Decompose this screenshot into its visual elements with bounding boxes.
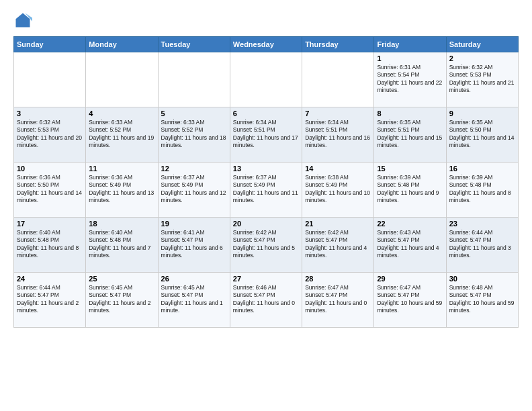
day-info: Sunrise: 6:38 AMSunset: 5:49 PMDaylight:…	[305, 174, 371, 205]
day-number: 29	[377, 275, 443, 283]
col-header-tuesday: Tuesday	[158, 37, 230, 52]
day-info: Sunrise: 6:45 AMSunset: 5:47 PMDaylight:…	[89, 284, 154, 315]
day-cell: 26Sunrise: 6:45 AMSunset: 5:47 PMDayligh…	[158, 273, 230, 328]
day-cell: 6Sunrise: 6:34 AMSunset: 5:51 PMDaylight…	[230, 107, 302, 163]
day-cell: 28Sunrise: 6:47 AMSunset: 5:47 PMDayligh…	[302, 273, 374, 328]
day-info: Sunrise: 6:40 AMSunset: 5:48 PMDaylight:…	[17, 229, 83, 260]
day-info: Sunrise: 6:39 AMSunset: 5:48 PMDaylight:…	[449, 174, 515, 205]
day-cell	[14, 52, 86, 107]
day-number: 6	[233, 109, 299, 118]
day-number: 25	[89, 275, 154, 283]
day-number: 8	[377, 109, 443, 118]
day-number: 27	[233, 275, 299, 283]
day-info: Sunrise: 6:31 AMSunset: 5:54 PMDaylight:…	[377, 64, 443, 95]
day-number: 17	[17, 220, 83, 228]
col-header-friday: Friday	[374, 37, 446, 52]
week-row-0: 1Sunrise: 6:31 AMSunset: 5:54 PMDaylight…	[14, 52, 519, 107]
day-info: Sunrise: 6:45 AMSunset: 5:47 PMDaylight:…	[161, 284, 227, 315]
day-number: 24	[17, 275, 83, 283]
day-cell: 11Sunrise: 6:36 AMSunset: 5:49 PMDayligh…	[86, 163, 158, 218]
day-info: Sunrise: 6:33 AMSunset: 5:52 PMDaylight:…	[161, 119, 227, 150]
page: SundayMondayTuesdayWednesdayThursdayFrid…	[0, 0, 532, 411]
day-cell: 17Sunrise: 6:40 AMSunset: 5:48 PMDayligh…	[14, 218, 86, 273]
day-info: Sunrise: 6:41 AMSunset: 5:47 PMDaylight:…	[161, 229, 227, 260]
day-info: Sunrise: 6:34 AMSunset: 5:51 PMDaylight:…	[233, 119, 299, 150]
day-cell: 20Sunrise: 6:42 AMSunset: 5:47 PMDayligh…	[230, 218, 302, 273]
day-number: 7	[305, 109, 371, 118]
day-cell: 18Sunrise: 6:40 AMSunset: 5:48 PMDayligh…	[86, 218, 158, 273]
day-number: 10	[17, 165, 83, 173]
day-number: 13	[233, 165, 299, 173]
day-cell: 1Sunrise: 6:31 AMSunset: 5:54 PMDaylight…	[374, 52, 446, 107]
day-cell: 3Sunrise: 6:32 AMSunset: 5:53 PMDaylight…	[14, 107, 86, 163]
day-cell: 16Sunrise: 6:39 AMSunset: 5:48 PMDayligh…	[446, 163, 518, 218]
day-number: 4	[89, 109, 154, 118]
day-number: 30	[449, 275, 515, 283]
header-row: SundayMondayTuesdayWednesdayThursdayFrid…	[14, 37, 519, 52]
day-info: Sunrise: 6:36 AMSunset: 5:50 PMDaylight:…	[17, 174, 83, 205]
day-cell: 22Sunrise: 6:43 AMSunset: 5:47 PMDayligh…	[374, 218, 446, 273]
day-cell	[230, 52, 302, 107]
day-info: Sunrise: 6:32 AMSunset: 5:53 PMDaylight:…	[17, 119, 83, 150]
day-cell: 5Sunrise: 6:33 AMSunset: 5:52 PMDaylight…	[158, 107, 230, 163]
day-cell: 9Sunrise: 6:35 AMSunset: 5:50 PMDaylight…	[446, 107, 518, 163]
day-cell: 8Sunrise: 6:35 AMSunset: 5:51 PMDaylight…	[374, 107, 446, 163]
day-info: Sunrise: 6:48 AMSunset: 5:47 PMDaylight:…	[449, 284, 515, 315]
day-info: Sunrise: 6:35 AMSunset: 5:50 PMDaylight:…	[449, 119, 515, 150]
day-number: 22	[377, 220, 443, 228]
day-cell: 21Sunrise: 6:42 AMSunset: 5:47 PMDayligh…	[302, 218, 374, 273]
day-number: 3	[17, 109, 83, 118]
calendar-header: SundayMondayTuesdayWednesdayThursdayFrid…	[14, 37, 519, 52]
day-cell: 19Sunrise: 6:41 AMSunset: 5:47 PMDayligh…	[158, 218, 230, 273]
week-row-2: 10Sunrise: 6:36 AMSunset: 5:50 PMDayligh…	[14, 163, 519, 218]
day-number: 20	[233, 220, 299, 228]
col-header-saturday: Saturday	[446, 37, 518, 52]
week-row-3: 17Sunrise: 6:40 AMSunset: 5:48 PMDayligh…	[14, 218, 519, 273]
day-info: Sunrise: 6:37 AMSunset: 5:49 PMDaylight:…	[161, 174, 227, 205]
day-info: Sunrise: 6:44 AMSunset: 5:47 PMDaylight:…	[449, 229, 515, 260]
day-number: 23	[449, 220, 515, 228]
day-number: 26	[161, 275, 227, 283]
col-header-wednesday: Wednesday	[230, 37, 302, 52]
day-cell: 15Sunrise: 6:39 AMSunset: 5:48 PMDayligh…	[374, 163, 446, 218]
day-cell: 30Sunrise: 6:48 AMSunset: 5:47 PMDayligh…	[446, 273, 518, 328]
day-number: 18	[89, 220, 154, 228]
day-number: 28	[305, 275, 371, 283]
day-info: Sunrise: 6:33 AMSunset: 5:52 PMDaylight:…	[89, 119, 154, 150]
day-cell: 12Sunrise: 6:37 AMSunset: 5:49 PMDayligh…	[158, 163, 230, 218]
day-cell: 29Sunrise: 6:47 AMSunset: 5:47 PMDayligh…	[374, 273, 446, 328]
day-info: Sunrise: 6:35 AMSunset: 5:51 PMDaylight:…	[377, 119, 443, 150]
day-cell: 10Sunrise: 6:36 AMSunset: 5:50 PMDayligh…	[14, 163, 86, 218]
day-number: 1	[377, 54, 443, 62]
day-number: 2	[449, 54, 515, 62]
day-number: 15	[377, 165, 443, 173]
day-info: Sunrise: 6:46 AMSunset: 5:47 PMDaylight:…	[233, 284, 299, 315]
day-info: Sunrise: 6:37 AMSunset: 5:49 PMDaylight:…	[233, 174, 299, 205]
col-header-sunday: Sunday	[14, 37, 86, 52]
day-cell	[302, 52, 374, 107]
day-info: Sunrise: 6:42 AMSunset: 5:47 PMDaylight:…	[233, 229, 299, 260]
day-cell: 7Sunrise: 6:34 AMSunset: 5:51 PMDaylight…	[302, 107, 374, 163]
day-cell: 13Sunrise: 6:37 AMSunset: 5:49 PMDayligh…	[230, 163, 302, 218]
day-number: 21	[305, 220, 371, 228]
logo-icon	[13, 11, 32, 30]
logo	[13, 11, 35, 30]
day-cell: 24Sunrise: 6:44 AMSunset: 5:47 PMDayligh…	[14, 273, 86, 328]
calendar-body: 1Sunrise: 6:31 AMSunset: 5:54 PMDaylight…	[14, 52, 519, 328]
day-cell: 2Sunrise: 6:32 AMSunset: 5:53 PMDaylight…	[446, 52, 518, 107]
week-row-4: 24Sunrise: 6:44 AMSunset: 5:47 PMDayligh…	[14, 273, 519, 328]
day-number: 5	[161, 109, 227, 118]
day-cell: 14Sunrise: 6:38 AMSunset: 5:49 PMDayligh…	[302, 163, 374, 218]
day-info: Sunrise: 6:32 AMSunset: 5:53 PMDaylight:…	[449, 64, 515, 95]
col-header-thursday: Thursday	[302, 37, 374, 52]
day-info: Sunrise: 6:34 AMSunset: 5:51 PMDaylight:…	[305, 119, 371, 150]
day-cell	[86, 52, 158, 107]
day-info: Sunrise: 6:40 AMSunset: 5:48 PMDaylight:…	[89, 229, 154, 260]
day-number: 14	[305, 165, 371, 173]
day-info: Sunrise: 6:47 AMSunset: 5:47 PMDaylight:…	[305, 284, 371, 315]
calendar: SundayMondayTuesdayWednesdayThursdayFrid…	[13, 36, 519, 328]
day-cell: 25Sunrise: 6:45 AMSunset: 5:47 PMDayligh…	[86, 273, 158, 328]
day-number: 16	[449, 165, 515, 173]
day-cell: 4Sunrise: 6:33 AMSunset: 5:52 PMDaylight…	[86, 107, 158, 163]
day-cell: 27Sunrise: 6:46 AMSunset: 5:47 PMDayligh…	[230, 273, 302, 328]
